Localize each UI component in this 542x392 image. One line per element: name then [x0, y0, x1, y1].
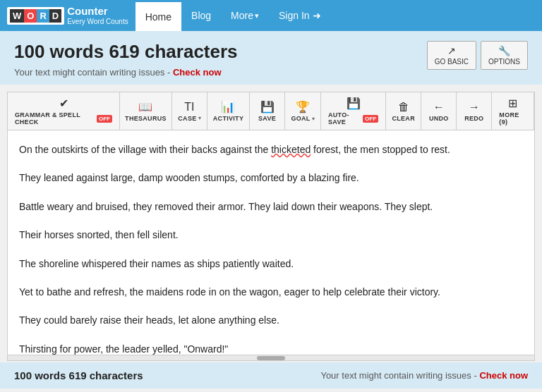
redo-icon: → — [469, 101, 480, 114]
footer-check-now-link[interactable]: Check now — [479, 370, 528, 381]
more-label: MORE (9) — [499, 111, 526, 125]
save-icon: 💾 — [260, 100, 275, 114]
editor-paragraph-0: On the outskirts of the village with the… — [19, 142, 523, 157]
save-button[interactable]: 💾 SAVE — [250, 92, 285, 130]
save-label: SAVE — [258, 115, 276, 122]
nav-signin[interactable]: Sign In ➜ — [269, 0, 331, 31]
activity-label: ACTIVITY — [213, 115, 243, 122]
stats-banner: 100 words 619 characters Your text might… — [0, 31, 542, 85]
autosave-icon: 💾 — [347, 97, 361, 110]
case-label: CASE — [178, 115, 196, 122]
autosave-label: AUTO-SAVE — [328, 111, 361, 125]
more-button[interactable]: ⊞ MORE (9) — [492, 92, 534, 130]
logo-r: R — [37, 9, 49, 23]
grid-icon: ⊞ — [508, 97, 517, 110]
editor-paragraph-7: Thirsting for power, the leader yelled, … — [19, 341, 523, 355]
nav-more[interactable]: More ▾ — [221, 0, 269, 31]
thesaurus-label: THESAURUS — [125, 115, 167, 122]
footer-count: 100 words 619 characters — [14, 369, 143, 381]
editor-paragraph-5: Yet to bathe and refresh, the maidens ro… — [19, 284, 523, 300]
editor-paragraph-3: Their horses snorted, then fell silent. — [19, 227, 523, 243]
wrench-icon: 🔧 — [498, 45, 510, 56]
signin-icon: ➜ — [313, 10, 321, 21]
activity-button[interactable]: 📊 ACTIVITY — [207, 92, 250, 130]
logo-title: Counter — [67, 6, 128, 18]
undo-label: UNDO — [429, 115, 449, 122]
nav-more-label: More — [231, 10, 253, 21]
case-button[interactable]: TI CASE ▾ — [172, 92, 207, 130]
editor-paragraph-6: They could barely raise their heads, let… — [19, 312, 523, 328]
thesaurus-button[interactable]: 📖 THESAURUS — [120, 92, 172, 130]
grammar-spell-check-button[interactable]: ✔ GRAMMAR & SPELL CHECK OFF — [8, 92, 120, 130]
editor-paragraph-4: The shoreline whispered their names as s… — [19, 256, 523, 271]
options-button[interactable]: 🔧 OPTIONS — [481, 41, 528, 70]
trash-icon: 🗑 — [398, 101, 409, 114]
main-nav: Home Blog More ▾ Sign In ➜ — [136, 0, 331, 31]
logo-text: Counter Every Word Counts — [67, 6, 128, 25]
editor-paragraph-1: They leaned against large, damp wooden s… — [19, 170, 523, 185]
checkmark-icon: ✔ — [59, 97, 68, 110]
editor-paragraph-2: Battle weary and bruised, they removed t… — [19, 199, 523, 214]
go-basic-label: GO BASIC — [435, 58, 469, 66]
clear-label: CLEAR — [392, 115, 415, 122]
nav-signin-label: Sign In — [279, 10, 310, 21]
nav-blog[interactable]: Blog — [181, 0, 221, 31]
logo-o: O — [24, 9, 37, 23]
logo-subtitle: Every Word Counts — [67, 18, 128, 25]
goal-icon: 🏆 — [296, 100, 310, 114]
scrollbar-area[interactable] — [7, 355, 535, 361]
stats-buttons: ↗ GO BASIC 🔧 OPTIONS — [427, 41, 528, 70]
check-now-link[interactable]: Check now — [173, 67, 222, 78]
font-icon: TI — [184, 101, 194, 114]
logo-w: W — [10, 9, 24, 23]
footer-issues-text: Your text might contain writing issues - — [320, 370, 479, 381]
go-basic-button[interactable]: ↗ GO BASIC — [427, 41, 476, 70]
external-link-icon: ↗ — [447, 45, 456, 56]
squiggle-word: thicketed — [271, 144, 311, 155]
logo[interactable]: W O R D Counter Every Word Counts — [7, 6, 128, 25]
logo-word: W O R D — [7, 7, 64, 25]
undo-icon: ← — [433, 101, 445, 114]
toolbar: ✔ GRAMMAR & SPELL CHECK OFF 📖 THESAURUS … — [7, 92, 535, 130]
case-arrow-icon: ▾ — [198, 115, 201, 121]
clear-button[interactable]: 🗑 CLEAR — [386, 92, 421, 130]
goal-label: GOAL — [291, 115, 310, 122]
goal-arrow-icon: ▾ — [312, 116, 315, 122]
nav-home[interactable]: Home — [136, 0, 181, 31]
grammar-status-badge: OFF — [97, 115, 112, 123]
bar-chart-icon: 📊 — [221, 100, 235, 114]
writing-issues-text: Your text might contain writing issues - — [14, 67, 173, 78]
redo-button[interactable]: → REDO — [457, 92, 492, 130]
editor[interactable]: On the outskirts of the village with the… — [7, 130, 535, 355]
footer-issues: Your text might contain writing issues -… — [320, 370, 528, 381]
scrollbar-thumb[interactable] — [257, 356, 285, 360]
case-row: CASE ▾ — [178, 115, 200, 122]
grammar-label: GRAMMAR & SPELL CHECK — [15, 111, 95, 125]
autosave-row: AUTO-SAVE OFF — [328, 111, 378, 125]
goal-button[interactable]: 🏆 GOAL ▾ — [285, 92, 321, 130]
undo-button[interactable]: ← UNDO — [421, 92, 457, 130]
goal-row: GOAL ▾ — [291, 115, 314, 122]
logo-d: D — [49, 9, 61, 23]
nav-more-arrow: ▾ — [255, 11, 259, 20]
autosave-button[interactable]: 💾 AUTO-SAVE OFF — [321, 92, 386, 130]
options-label: OPTIONS — [488, 58, 520, 66]
grammar-row: GRAMMAR & SPELL CHECK OFF — [15, 111, 112, 125]
footer: 100 words 619 characters Your text might… — [0, 362, 542, 388]
header: W O R D Counter Every Word Counts Home B… — [0, 0, 542, 31]
redo-label: REDO — [464, 115, 483, 122]
autosave-status-badge: OFF — [363, 115, 378, 123]
book-icon: 📖 — [138, 100, 152, 114]
